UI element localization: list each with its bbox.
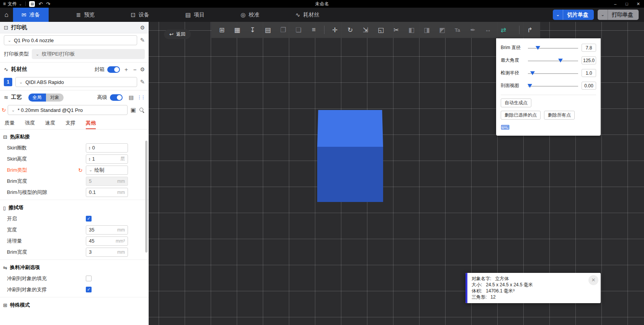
section-view-value[interactable]: 0.00 — [582, 82, 596, 90]
info-close-icon[interactable]: ✕ — [588, 275, 598, 285]
compare-presets-icon[interactable]: ⋮⋮ — [137, 95, 145, 100]
remove-filament-button[interactable]: − — [133, 66, 138, 73]
save-preset-icon[interactable]: ▣ — [131, 107, 136, 113]
add-filament-button[interactable]: ＋ — [123, 66, 130, 73]
section-view-slider[interactable] — [528, 83, 578, 89]
filament-slot-badge[interactable]: 1 — [4, 78, 12, 86]
purge-volume-label: 清理量 — [7, 238, 78, 245]
back-button[interactable]: ↩ 返回 — [164, 30, 191, 39]
maximize-button[interactable]: □ — [621, 0, 633, 8]
detect-radius-value[interactable]: 1.0 — [582, 69, 596, 77]
advanced-toggle[interactable] — [110, 94, 123, 101]
spinner-arrows-icon[interactable]: ▴▾ — [89, 146, 90, 150]
auto-generate-points-button[interactable]: 自动生成点 — [501, 98, 531, 107]
filament-box-toggle[interactable] — [107, 66, 120, 73]
auto-orient-icon[interactable]: ↧ — [247, 25, 257, 35]
printer-settings-gear-icon[interactable]: ⚙ — [140, 25, 145, 31]
tab-preview[interactable]: ≣预览 — [68, 8, 103, 22]
save-icon[interactable]: ▤ — [29, 1, 35, 7]
undo-icon[interactable]: ↶ — [38, 1, 43, 7]
prime-tower-enable-checkbox[interactable]: ✓ — [86, 216, 92, 222]
color-paint-icon[interactable]: ✒ — [468, 25, 478, 35]
minimize-button[interactable]: – — [610, 0, 621, 8]
param-tab-强度[interactable]: 强度 — [25, 117, 35, 129]
scope-global-option[interactable]: 全局 — [28, 94, 46, 102]
max-angle-slider[interactable] — [528, 58, 578, 63]
home-tab[interactable]: ⌂ — [0, 8, 13, 22]
redo-icon[interactable]: ↷ — [46, 1, 50, 7]
file-menu[interactable]: ≡ 文件 ⌄ — [3, 1, 22, 7]
split-to-objects-icon[interactable]: ◧ — [406, 25, 416, 35]
detect-radius-slider[interactable] — [528, 71, 578, 76]
copy-icon[interactable]: ❐ — [278, 25, 288, 35]
spinner-arrows-icon[interactable]: ▴▾ — [89, 157, 90, 161]
flush-into-infill-checkbox[interactable] — [86, 276, 92, 281]
max-angle-value[interactable]: 125.0 — [582, 56, 596, 64]
delete-selected-points-button[interactable]: 删除已选择的点 — [501, 111, 541, 120]
tab-project[interactable]: ▤项目 — [177, 8, 213, 22]
add-plate-icon[interactable]: ▦ — [232, 25, 242, 35]
prime-tower-width-input[interactable]: 35mm — [86, 225, 128, 235]
add-object-icon[interactable]: ⊞ — [217, 25, 227, 35]
prime-tower-brim-width-input[interactable]: 3mm — [86, 248, 128, 257]
arrange-icon[interactable]: ▤ — [263, 25, 273, 35]
detect-radius-slider-thumb[interactable] — [530, 71, 535, 75]
close-button[interactable]: ✕ — [633, 0, 644, 8]
param-tab-质量[interactable]: 质量 — [5, 117, 15, 129]
model-cube[interactable] — [317, 110, 383, 202]
brim-diameter-slider[interactable] — [528, 45, 578, 51]
print-dropdown-icon[interactable]: ⌄ — [598, 10, 608, 20]
reset-preset-icon[interactable]: ↻ — [2, 107, 6, 113]
plate-type-select[interactable]: ⌄ 纹理PEI打印板 — [32, 49, 145, 59]
tab-device[interactable]: ⊡设备 — [122, 8, 158, 22]
purge-volume-input[interactable]: 45mm³ — [86, 236, 128, 246]
tab-prepare[interactable]: ✉准备 — [13, 8, 49, 22]
brim-diameter-slider-thumb[interactable] — [536, 46, 540, 50]
print-plate-button[interactable]: ⌄ 打印单盘 — [598, 10, 639, 20]
variable-layer-height-icon[interactable]: ≡ — [309, 25, 319, 35]
plate-settings-icon[interactable]: ↱ — [525, 25, 535, 35]
process-preset-select[interactable]: ⌄ * 0.20mm Standard @Q1 Pro — [8, 105, 128, 115]
rotate-icon[interactable]: ↻ — [345, 25, 355, 35]
scope-objects-option[interactable]: 对象 — [46, 94, 64, 102]
delete-all-points-button[interactable]: 删除所有点 — [544, 111, 575, 120]
move-icon[interactable]: ✛ — [330, 25, 340, 35]
split-to-parts-icon[interactable]: ◨ — [422, 25, 432, 35]
max-angle-slider-thumb[interactable] — [558, 59, 563, 62]
menu-icon: ≡ — [3, 1, 6, 7]
text-icon[interactable]: Ta — [452, 25, 462, 35]
tab-filament[interactable]: ∿耗材丝 — [287, 8, 328, 22]
measure-icon[interactable]: ↔ — [483, 25, 493, 35]
flush-into-support-checkbox[interactable]: ✓ — [86, 287, 92, 292]
sidebar-scrollbar[interactable] — [145, 141, 147, 253]
param-tab-速度[interactable]: 速度 — [45, 117, 55, 129]
skirt-loops-input[interactable]: ▴▾0 — [86, 143, 128, 153]
brim-type-select[interactable]: ⌄绘制 — [86, 166, 128, 175]
tab-calibration[interactable]: ◎校准 — [232, 8, 268, 22]
skirt-height-input[interactable]: ▴▾1层 — [86, 154, 128, 164]
brim-diameter-value[interactable]: 7.8 — [582, 44, 596, 52]
viewport-3d[interactable]: ⊞▦↧▤❐❏≡✛↻⇲◱✂◧◨◩Ta✒↔⇄↱ ↩ 返回 Brim 直径7.8最大角… — [149, 22, 644, 325]
filament-edit-icon[interactable]: ✎ — [140, 79, 145, 85]
search-icon[interactable] — [139, 107, 145, 113]
lay-on-face-icon[interactable]: ◱ — [376, 25, 386, 35]
slice-dropdown-icon[interactable]: ⌄ — [553, 10, 563, 20]
scale-icon[interactable]: ⇲ — [361, 25, 370, 35]
section-view-slider-thumb[interactable] — [528, 84, 532, 88]
keyboard-shortcuts-icon[interactable]: ⌨ — [501, 124, 510, 131]
slice-plate-button[interactable]: ⌄ 切片单盘 — [553, 10, 594, 20]
brim-object-gap-input[interactable]: 0.1mm — [86, 188, 128, 197]
brim-width-input[interactable]: 5mm — [86, 177, 128, 186]
param-tab-其他[interactable]: 其他 — [86, 117, 96, 129]
cut-icon[interactable]: ✂ — [391, 25, 401, 35]
reset-icon[interactable]: ↻ — [78, 167, 83, 173]
filament-preset-select[interactable]: ⌄ QIDI ABS Rapido — [15, 77, 137, 87]
view-list-icon[interactable]: ▤ — [129, 94, 134, 100]
param-tab-支撑[interactable]: 支撑 — [66, 117, 75, 129]
mesh-boolean-icon[interactable]: ◩ — [437, 25, 447, 35]
printer-edit-icon[interactable]: ✎ — [140, 37, 145, 44]
paste-icon[interactable]: ❏ — [293, 25, 303, 35]
assembly-view-icon[interactable]: ⇄ — [498, 25, 508, 35]
printer-preset-select[interactable]: ⌄ Q1 Pro 0.4 nozzle — [4, 35, 137, 45]
filament-settings-gear-icon[interactable]: ⚙ — [140, 66, 145, 72]
